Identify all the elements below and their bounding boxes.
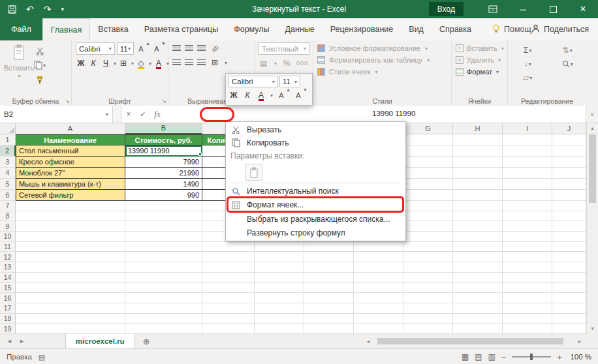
row-header-19[interactable]: 19: [0, 324, 16, 334]
cell-J17[interactable]: [552, 303, 586, 314]
grow-font-button[interactable]: А▲: [136, 43, 150, 55]
normal-view-icon[interactable]: ▦: [462, 352, 469, 361]
cell-E18[interactable]: [304, 314, 354, 324]
cell-C13[interactable]: [202, 262, 255, 273]
cell-J1[interactable]: [552, 134, 586, 145]
cell-G10[interactable]: [403, 232, 453, 242]
tab-Разметка страницы[interactable]: Разметка страницы: [136, 18, 226, 40]
qat-customize-icon[interactable]: ▾: [61, 6, 64, 12]
maximize-button[interactable]: [538, 0, 568, 18]
mini-font-color-icon[interactable]: А: [256, 89, 266, 101]
cell-I18[interactable]: [503, 314, 552, 324]
cell-I14[interactable]: [503, 273, 552, 283]
row-header-15[interactable]: 15: [0, 283, 16, 294]
cell-I2[interactable]: [503, 145, 552, 157]
cell-H14[interactable]: [453, 273, 503, 283]
dialog-launcher-icon[interactable]: ↘: [65, 98, 70, 104]
cell-J7[interactable]: [552, 201, 586, 211]
cell-H19[interactable]: [453, 324, 503, 334]
cell-B3[interactable]: 7990: [125, 157, 202, 168]
fill-handle[interactable]: [198, 153, 202, 156]
redo-icon[interactable]: ↷: [44, 4, 52, 14]
menu-item-copy[interactable]: Копировать: [226, 136, 405, 149]
cell-C19[interactable]: [202, 324, 255, 334]
cell-B19[interactable]: [125, 324, 202, 334]
cell-E16[interactable]: [304, 293, 354, 303]
save-icon[interactable]: [8, 5, 16, 14]
cell-G16[interactable]: [403, 293, 453, 303]
cell-B10[interactable]: [125, 232, 202, 242]
cell-H10[interactable]: [453, 232, 503, 242]
align-middle-icon[interactable]: [185, 45, 193, 52]
sort-filter-icon[interactable]: ⇅▾: [551, 44, 584, 56]
row-header-10[interactable]: 10: [0, 232, 16, 242]
cell-H1[interactable]: [453, 134, 503, 145]
align-center-icon[interactable]: [185, 59, 193, 66]
cell-B8[interactable]: [125, 211, 202, 222]
underline-button[interactable]: Ч: [101, 57, 111, 69]
font-name-combo[interactable]: Calibri▾: [76, 42, 115, 55]
find-select-icon[interactable]: ▾: [551, 58, 584, 70]
cell-F11[interactable]: [354, 242, 403, 252]
scroll-right-icon[interactable]: ►: [574, 336, 585, 346]
close-button[interactable]: ×: [568, 0, 598, 18]
cell-D19[interactable]: [255, 324, 304, 334]
cell-J14[interactable]: [552, 273, 586, 283]
tab-Данные[interactable]: Данные: [277, 18, 323, 40]
cell-A17[interactable]: [16, 303, 125, 314]
font-size-combo[interactable]: 11▾: [117, 42, 134, 55]
cell-I12[interactable]: [503, 252, 552, 262]
cell-E15[interactable]: [304, 283, 354, 294]
cell-A6[interactable]: Сетевой фильтр: [16, 190, 125, 201]
column-header-J[interactable]: J: [552, 123, 586, 134]
cell-C16[interactable]: [202, 293, 255, 303]
cell-A3[interactable]: Кресло офисное: [16, 157, 125, 168]
cell-G12[interactable]: [403, 252, 453, 262]
cell-G1[interactable]: [403, 134, 453, 145]
horizontal-scroll-thumb[interactable]: [377, 338, 563, 344]
cell-F12[interactable]: [354, 252, 403, 262]
row-header-13[interactable]: 13: [0, 262, 16, 273]
percent-style-button[interactable]: %: [281, 57, 292, 69]
shrink-font-button[interactable]: А▼: [151, 43, 165, 55]
align-top-icon[interactable]: [172, 45, 181, 52]
cell-styles-button[interactable]: Стили ячеек▾: [317, 66, 448, 78]
cell-B4[interactable]: 21990: [125, 168, 202, 179]
cell-A19[interactable]: [16, 324, 125, 334]
cell-F13[interactable]: [354, 262, 403, 273]
tab-Формулы[interactable]: Формулы: [226, 18, 277, 40]
cell-G4[interactable]: [403, 168, 453, 179]
cell-D11[interactable]: [255, 242, 304, 252]
zoom-out-icon[interactable]: −: [501, 352, 507, 362]
zoom-level[interactable]: 100 %: [568, 353, 591, 361]
cell-H3[interactable]: [453, 157, 503, 168]
cell-J15[interactable]: [552, 283, 586, 294]
cell-A13[interactable]: [16, 262, 125, 273]
keyboard-icon[interactable]: ▤: [39, 353, 45, 361]
cell-F17[interactable]: [354, 303, 403, 314]
cell-G11[interactable]: [403, 242, 453, 252]
mini-italic-button[interactable]: К: [242, 89, 253, 101]
cell-H9[interactable]: [453, 221, 503, 232]
row-header-5[interactable]: 5: [0, 179, 16, 190]
cell-H6[interactable]: [453, 190, 503, 201]
sign-in-button[interactable]: Вход: [429, 2, 464, 16]
tell-me-box[interactable]: Помощ: [492, 18, 531, 40]
zoom-in-icon[interactable]: +: [557, 352, 562, 362]
cell-A10[interactable]: [16, 232, 125, 242]
cell-I15[interactable]: [503, 283, 552, 294]
menu-item-smart-lookup[interactable]: Интеллектуальный поиск: [226, 185, 405, 198]
cell-A11[interactable]: [16, 242, 125, 252]
cell-G9[interactable]: [403, 221, 453, 232]
italic-button[interactable]: К: [88, 57, 99, 69]
cell-B6[interactable]: 990: [125, 190, 202, 201]
cell-I8[interactable]: [503, 211, 552, 222]
cell-F15[interactable]: [354, 283, 403, 294]
vertical-scrollbar[interactable]: ▲ ▼: [586, 123, 598, 334]
cell-I10[interactable]: [503, 232, 552, 242]
cell-A18[interactable]: [16, 314, 125, 324]
cell-G17[interactable]: [403, 303, 453, 314]
row-header-16[interactable]: 16: [0, 293, 16, 303]
cell-F18[interactable]: [354, 314, 403, 324]
cell-I7[interactable]: [503, 201, 552, 211]
